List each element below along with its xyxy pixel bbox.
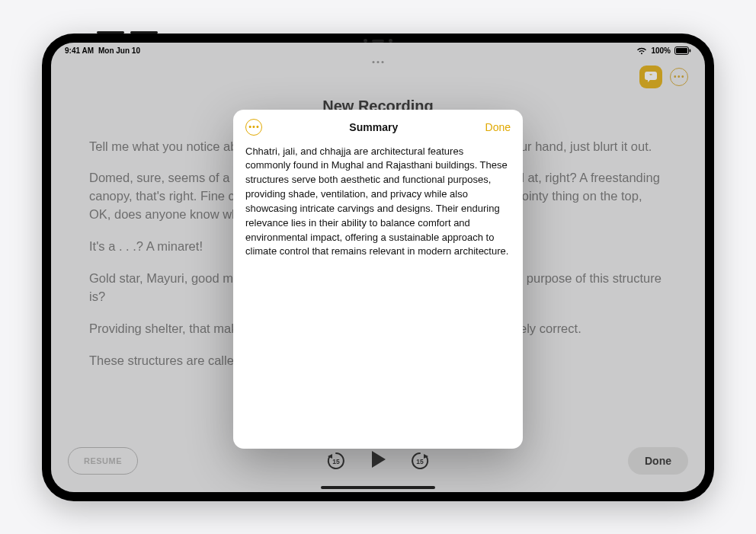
battery-icon xyxy=(674,46,691,55)
play-icon xyxy=(367,449,389,470)
skip-back-icon: 15 xyxy=(326,451,346,471)
hw-volume-up xyxy=(97,31,124,34)
skip-forward-icon: 15 xyxy=(410,451,430,471)
popover-header: ••• Summary Done xyxy=(233,110,523,142)
more-options-button[interactable]: ••• xyxy=(670,68,688,86)
battery-percent: 100% xyxy=(651,46,671,55)
playback-controls: 15 15 xyxy=(326,449,430,473)
svg-text:15: 15 xyxy=(416,458,424,465)
home-indicator[interactable] xyxy=(321,486,435,489)
drag-handle-icon[interactable] xyxy=(373,61,384,63)
skip-back-15-button[interactable]: 15 xyxy=(326,451,346,471)
svg-rect-10 xyxy=(690,50,691,53)
svg-marker-5 xyxy=(372,451,386,468)
hw-volume-down xyxy=(130,31,158,34)
ipad-device-frame: ” ••• New Recording Tell me what you not… xyxy=(42,34,714,501)
screen: ” ••• New Recording Tell me what you not… xyxy=(51,43,705,492)
play-button[interactable] xyxy=(367,449,389,473)
skip-forward-15-button[interactable]: 15 xyxy=(410,451,430,471)
summary-text: Chhatri, jali, and chhajja are architect… xyxy=(233,142,523,272)
popover-done-button[interactable]: Done xyxy=(485,121,511,133)
done-button[interactable]: Done xyxy=(628,447,688,475)
ellipsis-icon: ••• xyxy=(674,73,685,81)
popover-title: Summary xyxy=(349,121,398,133)
status-date: Mon Jun 10 xyxy=(98,46,140,55)
resume-button[interactable]: RESUME xyxy=(68,447,138,475)
ellipsis-icon: ••• xyxy=(248,123,260,131)
svg-rect-9 xyxy=(676,48,687,53)
summary-popover: ••• Summary Done Chhatri, jali, and chha… xyxy=(233,110,523,449)
svg-text:”: ” xyxy=(649,72,652,79)
quote-bubble-icon: ” xyxy=(645,72,657,82)
wifi-icon xyxy=(636,47,647,55)
transcript-button[interactable]: ” xyxy=(639,66,662,88)
status-time: 9:41 AM xyxy=(65,46,94,55)
svg-text:15: 15 xyxy=(332,458,340,465)
popover-more-button[interactable]: ••• xyxy=(245,119,262,136)
status-bar: 9:41 AM Mon Jun 10 100% xyxy=(51,43,705,59)
